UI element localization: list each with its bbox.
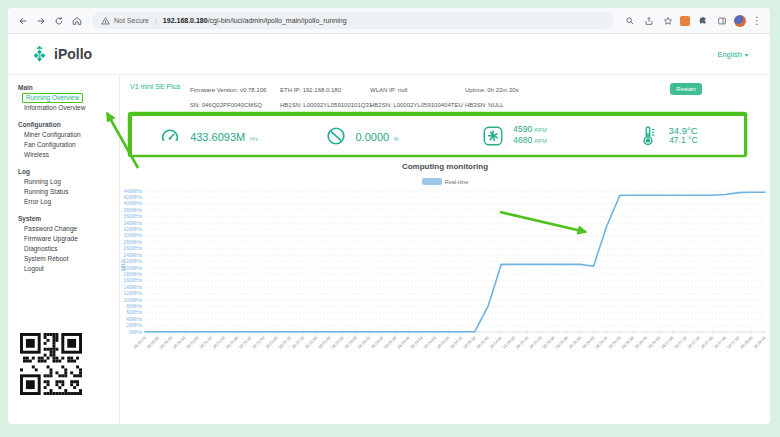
restart-button[interactable]: Restart — [670, 83, 702, 95]
svg-text:220MH/s: 220MH/s — [124, 259, 143, 264]
svg-text:18:22:20: 18:22:20 — [290, 335, 305, 350]
url-separator: | — [155, 17, 157, 24]
extension-orange-icon[interactable] — [680, 16, 690, 26]
sidebar-item-fan-configuration[interactable]: Fan Configuration — [18, 140, 119, 150]
reload-icon[interactable] — [52, 14, 65, 27]
svg-text:18:26:20: 18:26:20 — [607, 335, 622, 350]
svg-text:18:22:40: 18:22:40 — [317, 335, 332, 350]
kebab-menu-icon[interactable]: ⋮ — [752, 16, 762, 26]
svg-text:18:24:10: 18:24:10 — [436, 335, 451, 350]
thermometer-icon — [637, 125, 659, 147]
svg-text:18:25:50: 18:25:50 — [567, 335, 582, 350]
svg-text:18:22:30: 18:22:30 — [304, 335, 319, 350]
brand-name: iPollo — [54, 46, 92, 62]
site-page: iPollo English ▾ MainRunning OverviewInf… — [8, 34, 770, 424]
rejection-stat: 0.0000 % — [285, 125, 438, 147]
svg-text:280MH/s: 280MH/s — [124, 240, 143, 245]
chevron-down-icon: ▾ — [745, 51, 748, 58]
svg-text:18:27:40: 18:27:40 — [713, 335, 728, 350]
search-icon[interactable] — [623, 14, 636, 27]
sidebar-item-firmware-upgrade[interactable]: Firmware Upgrade — [18, 234, 119, 244]
svg-text:200MH/s: 200MH/s — [124, 266, 143, 271]
sidebar-item-diagnostics[interactable]: Diagnostics — [18, 244, 119, 254]
hashrate-value: 433.6093M — [190, 131, 245, 143]
svg-text:18:21:30: 18:21:30 — [224, 335, 239, 350]
svg-text:18:25:00: 18:25:00 — [502, 335, 517, 350]
sidebar-group-log: LogRunning LogRunning StatusError Log — [18, 167, 119, 207]
svg-text:80MH/s: 80MH/s — [126, 304, 143, 309]
svg-text:40MH/s: 40MH/s — [126, 317, 143, 322]
svg-text:60MH/s: 60MH/s — [126, 310, 143, 315]
sidebar-item-wireless[interactable]: Wireless — [18, 150, 119, 160]
site-header: iPollo English ▾ — [8, 34, 770, 75]
svg-text:18:24:50: 18:24:50 — [488, 335, 503, 350]
share-icon[interactable] — [642, 14, 655, 27]
svg-text:18:24:30: 18:24:30 — [462, 335, 477, 350]
temp2-value: 47.1 °C — [669, 136, 697, 145]
hashrate-chart: 440MH/s420MH/s400MH/s380MH/s360MH/s340MH… — [120, 170, 770, 360]
svg-text:18:25:30: 18:25:30 — [541, 335, 556, 350]
rejection-unit: % — [394, 136, 399, 142]
sidebar-item-running-overview[interactable]: Running Overview — [22, 93, 83, 103]
svg-text:18:25:40: 18:25:40 — [554, 335, 569, 350]
qr-code — [20, 333, 82, 395]
sidebar-item-error-log[interactable]: Error Log — [18, 197, 119, 207]
svg-text:18:21:10: 18:21:10 — [198, 335, 213, 350]
url-path: /cgi-bin/luci/admin/ipollo_main/ipollo_r… — [208, 17, 347, 24]
sidebar-item-miner-configuration[interactable]: Miner Configuration — [18, 130, 119, 140]
fan1-unit: RPM — [535, 127, 547, 133]
address-bar[interactable]: Not Secure | 192.168.0.180/cgi-bin/luci/… — [92, 12, 614, 29]
svg-text:18:27:10: 18:27:10 — [673, 335, 688, 350]
fan-stat: 4590 RPM 4680 RPM — [438, 125, 591, 147]
sidebar-item-running-log[interactable]: Running Log — [18, 177, 119, 187]
sidebar-item-system-reboot[interactable]: System Reboot — [18, 254, 119, 264]
svg-text:18:22:00: 18:22:00 — [264, 335, 279, 350]
svg-text:18:20:40: 18:20:40 — [159, 335, 174, 350]
sidebar-item-running-status[interactable]: Running Status — [18, 187, 119, 197]
bookmark-star-icon[interactable] — [661, 14, 674, 27]
svg-text:300MH/s: 300MH/s — [124, 233, 143, 238]
svg-text:18:24:40: 18:24:40 — [475, 335, 490, 350]
ipollo-pineapple-icon — [30, 45, 49, 64]
sidebar-item-logout[interactable]: Logout — [18, 264, 119, 274]
svg-text:18:25:10: 18:25:10 — [515, 335, 530, 350]
info-row1: ETH IP: 192.168.0.180 — [280, 83, 372, 98]
svg-text:18:24:00: 18:24:00 — [422, 335, 437, 350]
device-info-col-4: Uptime: 0h 22m 20sHB3SN: NULL — [465, 83, 519, 113]
profile-avatar[interactable] — [734, 15, 746, 27]
info-row2: HB2SN: L00002YL059100404TEU — [370, 98, 463, 113]
svg-text:18:23:30: 18:23:30 — [383, 335, 398, 350]
svg-text:18:27:00: 18:27:00 — [660, 335, 675, 350]
sidebar: MainRunning OverviewInformation Overview… — [8, 75, 120, 424]
svg-text:18:21:00: 18:21:00 — [185, 335, 200, 350]
fan1-value: 4590 — [513, 124, 532, 134]
svg-text:18:27:30: 18:27:30 — [699, 335, 714, 350]
sidebar-group-label: Log — [18, 167, 119, 177]
home-icon[interactable] — [70, 14, 83, 27]
fan-icon — [482, 125, 504, 147]
svg-text:18:26:40: 18:26:40 — [633, 335, 648, 350]
svg-text:18:23:10: 18:23:10 — [356, 335, 371, 350]
side-panel-icon[interactable] — [715, 14, 728, 27]
svg-text:140MH/s: 140MH/s — [124, 285, 143, 290]
svg-text:18:21:40: 18:21:40 — [238, 335, 253, 350]
language-selector[interactable]: English ▾ — [717, 50, 748, 59]
forward-icon[interactable] — [34, 14, 47, 27]
svg-text:400MH/s: 400MH/s — [124, 201, 143, 206]
svg-text:180MH/s: 180MH/s — [124, 272, 143, 277]
extensions-puzzle-icon[interactable] — [696, 14, 709, 27]
sidebar-group-label: System — [18, 214, 119, 224]
sidebar-item-information-overview[interactable]: Information Overview — [18, 103, 119, 113]
svg-text:440MH/s: 440MH/s — [124, 189, 143, 194]
sidebar-item-password-change[interactable]: Password Change — [18, 224, 119, 234]
back-icon[interactable] — [16, 14, 29, 27]
svg-text:18:23:00: 18:23:00 — [343, 335, 358, 350]
svg-text:18:23:40: 18:23:40 — [396, 335, 411, 350]
hashrate-unit: H/s — [250, 136, 258, 142]
svg-text:18:28:00: 18:28:00 — [739, 335, 754, 350]
prohibition-icon — [325, 125, 347, 147]
svg-text:MH/S: MH/S — [121, 259, 126, 270]
svg-text:260MH/s: 260MH/s — [124, 246, 143, 251]
info-row1: Uptime: 0h 22m 20s — [465, 83, 519, 98]
rejection-value: 0.0000 — [356, 131, 390, 143]
